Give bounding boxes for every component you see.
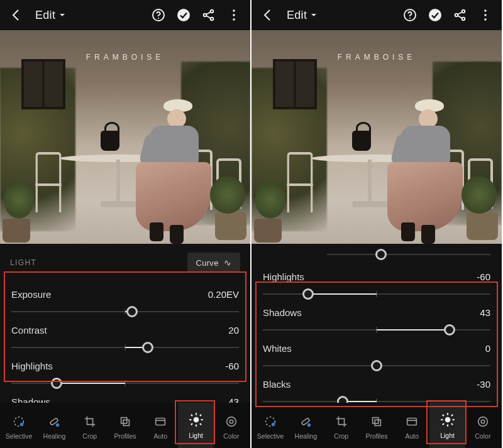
profiles-icon — [370, 415, 384, 430]
slider-track[interactable] — [11, 342, 239, 353]
tool-selective[interactable]: Selective — [1, 411, 36, 440]
slider-label: Whites — [263, 343, 292, 354]
slider-value: 20 — [228, 325, 239, 336]
slider-thumb[interactable] — [126, 306, 138, 317]
tool-color[interactable]: Color — [214, 411, 249, 440]
svg-point-17 — [226, 417, 236, 427]
photo-preview[interactable]: FRAMBOISE — [0, 30, 250, 244]
slider-thumb[interactable] — [302, 288, 314, 300]
auto-icon — [153, 415, 167, 430]
confirm-icon[interactable] — [176, 8, 191, 23]
tool-auto[interactable]: Auto — [394, 411, 429, 440]
slider-value: -60 — [477, 271, 490, 282]
slider-exposure[interactable]: Exposure0.20EV — [0, 283, 250, 319]
svg-point-21 — [429, 9, 441, 21]
tool-label: Selective — [6, 432, 33, 440]
svg-point-35 — [445, 417, 450, 423]
tool-label: Light — [440, 432, 455, 439]
slider-shadows[interactable]: Shadows43 — [0, 390, 250, 403]
dropdown-caret-icon — [59, 12, 65, 18]
title-text: Edit — [35, 9, 55, 22]
slider-whites[interactable]: Whites0 — [252, 337, 502, 373]
svg-point-23 — [462, 10, 465, 13]
slider-value: 0 — [485, 343, 490, 354]
tool-profiles[interactable]: Profiles — [359, 411, 394, 440]
sliders-right: Highlights-60Shadows43Whites0Blacks-30 — [252, 263, 502, 403]
slider-highlights[interactable]: Highlights-60 — [252, 265, 502, 301]
slider-track[interactable] — [263, 396, 490, 403]
tool-auto[interactable]: Auto — [143, 411, 178, 440]
panel-heading: LIGHT — [10, 258, 36, 267]
slider-track[interactable] — [11, 306, 239, 317]
page-title[interactable]: Edit — [35, 9, 65, 22]
title-text: Edit — [287, 9, 307, 22]
back-icon[interactable] — [9, 8, 24, 23]
slider-label: Shadows — [11, 396, 50, 403]
svg-point-24 — [462, 18, 465, 21]
tool-label: Auto — [405, 432, 419, 440]
bottom-toolbar-right: SelectiveHealingCropProfilesAutoLightCol… — [252, 403, 502, 448]
slider-shadows[interactable]: Shadows43 — [252, 301, 502, 337]
tool-label: Color — [475, 432, 490, 440]
help-icon[interactable] — [402, 8, 417, 23]
slider-stub[interactable] — [252, 249, 502, 260]
slider-label: Blacks — [263, 379, 290, 390]
tool-light[interactable]: Light — [429, 403, 465, 448]
sliders-left: Exposure0.20EVContrast20Highlights-60Sha… — [0, 280, 250, 403]
svg-point-20 — [409, 18, 411, 19]
overflow-icon[interactable] — [478, 8, 493, 23]
share-icon[interactable] — [453, 8, 468, 23]
slider-track[interactable] — [11, 378, 239, 389]
tool-profiles[interactable]: Profiles — [108, 411, 143, 440]
svg-point-27 — [484, 18, 487, 21]
svg-point-12 — [56, 423, 60, 427]
tool-crop[interactable]: Crop — [72, 411, 108, 440]
svg-point-3 — [204, 14, 207, 17]
help-icon[interactable] — [151, 8, 166, 23]
auto-icon — [405, 415, 419, 430]
tool-crop[interactable]: Crop — [324, 411, 359, 440]
slider-thumb[interactable] — [337, 396, 348, 403]
svg-point-37 — [481, 420, 485, 423]
svg-point-26 — [484, 14, 487, 16]
slider-thumb[interactable] — [51, 378, 62, 389]
slider-label: Highlights — [11, 361, 53, 371]
svg-point-4 — [211, 10, 214, 13]
tool-healing[interactable]: Healing — [288, 411, 323, 440]
slider-label: Highlights — [263, 271, 304, 282]
svg-rect-32 — [373, 418, 379, 423]
light-panel: Highlights-60Shadows43Whites0Blacks-30 — [252, 244, 502, 403]
slider-track[interactable] — [263, 360, 490, 371]
slider-highlights[interactable]: Highlights-60 — [0, 354, 250, 390]
curve-button[interactable]: Curve ∿ — [187, 253, 241, 273]
light-panel: LIGHT Curve ∿ Exposure0.20EVContrast20Hi… — [0, 244, 250, 403]
confirm-icon[interactable] — [428, 8, 443, 23]
tool-label: Auto — [153, 432, 167, 440]
slider-contrast[interactable]: Contrast20 — [0, 319, 250, 354]
slider-thumb[interactable] — [371, 360, 382, 371]
svg-point-29 — [272, 423, 275, 427]
svg-rect-34 — [407, 418, 417, 425]
overflow-icon[interactable] — [226, 8, 241, 23]
slider-track[interactable] — [263, 288, 490, 300]
slider-blacks[interactable]: Blacks-30 — [252, 373, 502, 403]
photo-preview[interactable]: FRAMBOISE — [252, 30, 502, 244]
back-icon[interactable] — [260, 8, 275, 23]
healing-icon — [47, 415, 61, 430]
tool-light[interactable]: Light — [178, 403, 213, 448]
tool-label: Light — [189, 432, 203, 439]
slider-label: Contrast — [11, 325, 47, 336]
tool-label: Profiles — [365, 432, 387, 440]
tool-color[interactable]: Color — [465, 411, 500, 440]
share-icon[interactable] — [201, 8, 216, 23]
slider-thumb[interactable] — [444, 324, 455, 336]
tool-healing[interactable]: Healing — [36, 411, 72, 440]
curve-icon: ∿ — [224, 258, 231, 268]
color-icon — [476, 415, 490, 430]
tool-selective[interactable]: Selective — [253, 411, 288, 440]
tool-label: Crop — [82, 432, 97, 440]
slider-track[interactable] — [263, 324, 490, 336]
page-title[interactable]: Edit — [287, 9, 317, 22]
slider-thumb[interactable] — [142, 342, 153, 353]
curve-label: Curve — [196, 258, 219, 268]
